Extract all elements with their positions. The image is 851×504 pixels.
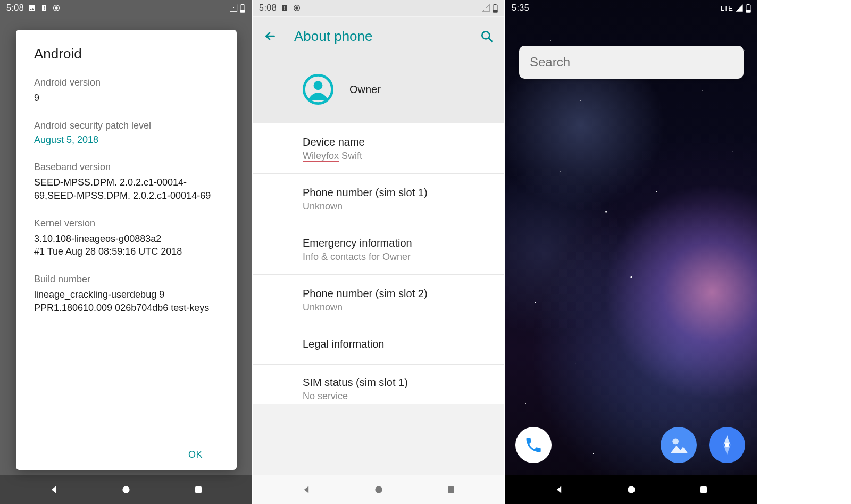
baseband-value: SEED-MPSS.DPM. 2.0.2.c1-00014-69,SEED-MP… — [34, 176, 219, 202]
device-name-item[interactable]: Device name Wileyfox Swift — [253, 123, 504, 174]
battery-icon — [746, 4, 751, 13]
svg-rect-16 — [448, 486, 454, 493]
svg-rect-11 — [493, 10, 497, 12]
photos-app-icon[interactable] — [661, 427, 699, 465]
android-version-value: 9 — [34, 91, 219, 104]
nav-bar — [505, 475, 757, 504]
device-name-sub: Wileyfox Swift — [303, 150, 489, 162]
kernel-label: Kernel version — [34, 218, 219, 229]
sd-alert-icon — [280, 4, 289, 12]
legal-info-title: Legal information — [303, 338, 489, 350]
battery-icon — [240, 4, 245, 13]
phone-number-2-item[interactable]: Phone number (sim slot 2) Unknown — [253, 275, 504, 325]
dialog-title: Android — [34, 46, 219, 62]
sd-alert-icon — [40, 4, 48, 12]
nav-home-button[interactable] — [372, 483, 385, 496]
svg-point-14 — [314, 81, 323, 90]
svg-point-15 — [375, 486, 382, 493]
kernel-value: 3.10.108-lineageos-g00883a2 #1 Tue Aug 2… — [34, 232, 219, 258]
phone-number-1-sub: Unknown — [303, 201, 489, 212]
signal-icon — [735, 4, 744, 12]
svg-point-8 — [296, 7, 298, 9]
phone-app-icon[interactable] — [515, 427, 554, 465]
sim-status-1-title: SIM status (sim slot 1) — [303, 376, 489, 389]
status-bar: 5:08 — [253, 0, 504, 16]
svg-point-24 — [628, 486, 635, 493]
kernel-block[interactable]: Kernel version 3.10.108-lineageos-g00883… — [34, 218, 219, 258]
nav-bar — [0, 475, 252, 504]
android-info-dialog: Android Android version 9 Android securi… — [16, 30, 237, 470]
svg-rect-4 — [240, 10, 245, 12]
baseband-block[interactable]: Baseband version SEED-MPSS.DPM. 2.0.2.c1… — [34, 162, 219, 202]
network-type-label: LTE — [721, 4, 733, 12]
svg-point-5 — [122, 486, 129, 493]
nav-recent-button[interactable] — [445, 483, 457, 496]
screenshot-2-about-phone: 5:08 About phone Own — [253, 0, 504, 504]
svg-rect-25 — [700, 486, 707, 493]
emergency-info-sub: Info & contacts for Owner — [303, 251, 489, 263]
screenshot-1-android-dialog: 5:08 Android Android version 9 — [0, 0, 252, 504]
security-patch-label: Android security patch level — [34, 120, 219, 131]
android-version-label: Android version — [34, 77, 219, 88]
search-icon[interactable] — [480, 29, 494, 43]
about-title: About phone — [294, 28, 463, 45]
svg-rect-18 — [748, 4, 749, 5]
phone-number-1-item[interactable]: Phone number (sim slot 1) Unknown — [253, 174, 504, 224]
phone-number-2-title: Phone number (sim slot 2) — [303, 288, 489, 300]
svg-rect-3 — [242, 4, 244, 5]
back-arrow-icon[interactable] — [263, 29, 277, 43]
app-dock — [505, 417, 757, 475]
build-value: lineage_crackling-userdebug 9 PPR1.18061… — [34, 288, 219, 314]
nav-bar — [253, 475, 504, 504]
owner-avatar-icon — [303, 74, 333, 105]
ok-button[interactable]: OK — [188, 449, 203, 460]
record-icon — [293, 4, 301, 12]
signal-empty-icon — [229, 4, 238, 12]
compass-app-icon[interactable] — [709, 427, 747, 465]
screenshot-3-home-screen: 5:35 LTE Search — [505, 0, 757, 504]
status-bar: 5:35 LTE — [505, 0, 757, 16]
status-clock: 5:35 — [512, 3, 529, 13]
emergency-info-title: Emergency information — [303, 237, 489, 249]
nav-back-button[interactable] — [47, 483, 60, 496]
nav-home-button[interactable] — [120, 483, 132, 496]
sim-status-1-sub: No service — [303, 391, 489, 402]
baseband-label: Baseband version — [34, 162, 219, 173]
legal-info-item[interactable]: Legal information — [253, 325, 504, 365]
nav-back-button[interactable] — [553, 483, 565, 496]
search-bar[interactable]: Search — [519, 46, 744, 79]
svg-point-20 — [672, 439, 679, 445]
device-name-title: Device name — [303, 136, 489, 148]
svg-rect-19 — [746, 10, 750, 12]
owner-label: Owner — [349, 83, 381, 96]
build-block[interactable]: Build number lineage_crackling-userdebug… — [34, 274, 219, 314]
svg-point-1 — [55, 7, 57, 9]
nav-back-button[interactable] — [300, 483, 313, 496]
svg-point-23 — [725, 443, 729, 447]
record-icon — [52, 4, 61, 12]
about-header: About phone — [253, 17, 504, 55]
security-patch-value: August 5, 2018 — [34, 135, 219, 146]
about-list: Device name Wileyfox Swift Phone number … — [253, 123, 504, 404]
emergency-info-item[interactable]: Emergency information Info & contacts fo… — [253, 224, 504, 275]
build-label: Build number — [34, 274, 219, 285]
phone-number-1-title: Phone number (sim slot 1) — [303, 187, 489, 199]
nav-recent-button[interactable] — [697, 483, 710, 496]
svg-rect-10 — [495, 4, 496, 5]
owner-row[interactable]: Owner — [253, 55, 504, 123]
nav-home-button[interactable] — [625, 483, 638, 496]
battery-icon — [493, 4, 498, 13]
signal-empty-icon — [482, 4, 490, 12]
android-version-block[interactable]: Android version 9 — [34, 77, 219, 104]
svg-rect-6 — [195, 486, 202, 493]
sim-status-1-item[interactable]: SIM status (sim slot 1) No service — [253, 365, 504, 404]
status-clock: 5:08 — [6, 3, 24, 13]
search-placeholder: Search — [530, 55, 570, 70]
phone-number-2-sub: Unknown — [303, 302, 489, 313]
svg-point-12 — [482, 31, 489, 39]
nav-recent-button[interactable] — [192, 483, 205, 496]
status-bar: 5:08 — [0, 0, 252, 16]
status-clock: 5:08 — [259, 3, 277, 13]
image-icon — [28, 4, 36, 12]
security-patch-block[interactable]: Android security patch level August 5, 2… — [34, 120, 219, 146]
